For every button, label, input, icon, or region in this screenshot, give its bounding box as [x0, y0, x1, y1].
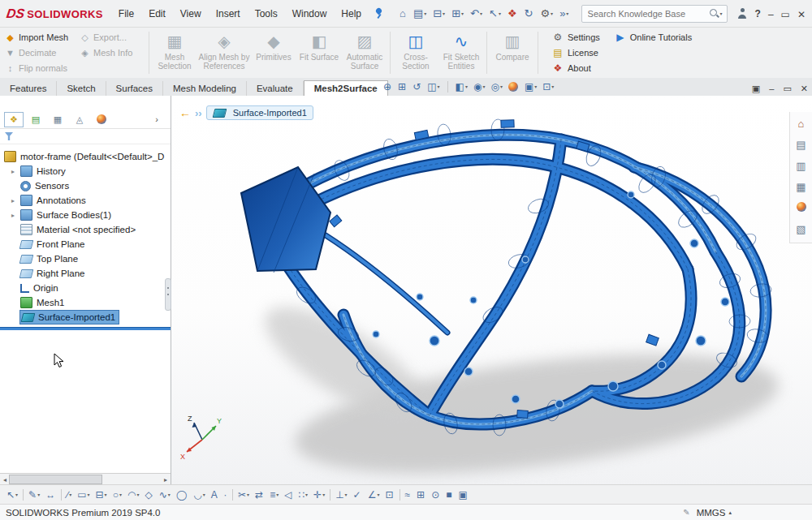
cross-section-button[interactable]: ◫ Cross-Section	[393, 28, 438, 78]
tab-features[interactable]: Features	[0, 81, 57, 96]
scroll-right-arrow[interactable]: ▸	[162, 476, 170, 483]
graphics-viewport[interactable]: ← ›› Surface-Imported1	[171, 96, 812, 485]
tree-item-right-plane[interactable]: Right Plane	[0, 266, 171, 281]
menu-file[interactable]: File	[111, 5, 141, 23]
tree-item-sensors[interactable]: Sensors	[0, 178, 171, 193]
mesh-selection-button[interactable]: ▦ Mesh Selection	[152, 28, 197, 78]
configurationmanager-tab[interactable]: ▦	[48, 112, 67, 127]
decimate-button[interactable]: ▼ Decimate	[5, 45, 80, 61]
units-tool-icon[interactable]: ≈	[403, 490, 414, 500]
align-mesh-button[interactable]: ◈ Align Mesh by References	[197, 28, 251, 78]
text-tool-icon[interactable]: A	[209, 490, 221, 500]
tree-item-origin[interactable]: Origin	[0, 281, 171, 295]
sketch-picture-icon[interactable]: ▣	[456, 490, 470, 500]
about-button[interactable]: ❖ About	[552, 61, 600, 76]
view-settings-icon[interactable]: ⊡ ▾	[542, 82, 554, 92]
select-icon[interactable]: ↖ ▾	[486, 7, 503, 19]
shaded-contours-icon[interactable]: ■	[443, 490, 455, 500]
tree-item-history[interactable]: ▸ History	[0, 164, 171, 178]
export-button[interactable]: ◇ Export...	[80, 30, 146, 45]
doc-restore-button[interactable]: ▭	[783, 80, 791, 95]
tree-item-top-plane[interactable]: Top Plane	[0, 251, 171, 266]
menu-tools[interactable]: Tools	[248, 5, 285, 23]
pin-icon[interactable]	[374, 7, 384, 19]
repair-sketch-icon[interactable]: ✓	[351, 490, 365, 500]
view-palette-icon[interactable]: ▦	[796, 179, 806, 194]
mesh-info-button[interactable]: ◈ Mesh Info	[80, 45, 146, 61]
apply-scene-icon[interactable]: ▣ ▾	[525, 82, 537, 92]
rectangle-tool-icon[interactable]: ▭ ▾	[75, 490, 92, 500]
tab-mesh-modeling[interactable]: Mesh Modeling	[163, 81, 247, 96]
arc-tool-icon[interactable]: ◠ ▾	[125, 490, 142, 500]
automatic-surface-button[interactable]: ▨ Automatic Surface	[342, 28, 387, 78]
smart-dimension-icon[interactable]: ↔	[43, 490, 58, 500]
knowledge-base-search[interactable]: ▾	[581, 5, 728, 23]
menu-window[interactable]: Window	[285, 5, 335, 23]
view-orientation-icon[interactable]: ◧ ▾	[456, 82, 468, 92]
help-icon[interactable]: ?	[755, 8, 761, 19]
menu-view[interactable]: View	[173, 5, 209, 23]
propertymanager-tab[interactable]: ▤	[26, 112, 45, 127]
separator[interactable]	[23, 489, 24, 501]
custom-properties-icon[interactable]: ▧	[796, 221, 806, 236]
pane-layout-icon[interactable]: ▣	[752, 80, 760, 95]
file-explorer-icon[interactable]: ▥	[796, 158, 806, 173]
zoom-to-area-icon[interactable]: ⊞	[398, 82, 407, 92]
open-icon[interactable]: ▤ ▾	[411, 7, 429, 19]
breadcrumb-back-icon[interactable]: ←	[179, 107, 191, 118]
undo-icon[interactable]: ↶ ▾	[468, 7, 485, 19]
fillet-tool-icon[interactable]: ◡ ▾	[191, 490, 208, 500]
compare-button[interactable]: ▥ Compare	[490, 28, 535, 78]
slot-tool-icon[interactable]: ⊟ ▾	[93, 490, 110, 500]
flip-normals-button[interactable]: ↕ Flip normals	[5, 61, 80, 76]
display-relations-icon[interactable]: ⊥ ▾	[333, 490, 349, 500]
scroll-left-arrow[interactable]: ◂	[1, 476, 9, 483]
breadcrumb-chevron-icon[interactable]: ››	[195, 108, 202, 118]
fit-sketch-entities-button[interactable]: ∿ Fit Sketch Entities	[438, 28, 484, 78]
primitives-button[interactable]: ◆ Primitives	[251, 28, 296, 78]
ellipse-tool-icon[interactable]: ◯	[174, 490, 190, 500]
tree-item-material[interactable]: Material <not specified>	[0, 222, 171, 237]
close-button[interactable]: ✕	[797, 6, 806, 21]
polygon-tool-icon[interactable]: ◇	[142, 490, 155, 500]
selected-tree-item[interactable]: Surface-Imported1	[19, 310, 119, 324]
circle-tool-icon[interactable]: ○ ▾	[110, 490, 124, 500]
tab-evaluate[interactable]: Evaluate	[247, 81, 304, 96]
panel-flyout-arrow[interactable]: ›	[147, 112, 166, 127]
select-tool-icon[interactable]: ↖ ▾	[4, 490, 20, 500]
license-button[interactable]: ▤ License	[552, 45, 600, 61]
rebuild-icon[interactable]: ↻	[522, 7, 537, 19]
zoom-to-fit-icon[interactable]: ⊕	[383, 82, 392, 92]
expand-arrow[interactable]: ▸	[11, 197, 19, 204]
home-icon[interactable]: ⌂	[397, 7, 409, 19]
units-selector[interactable]: MMGS ▴	[697, 508, 732, 518]
linear-pattern-icon[interactable]: ∷ ▾	[296, 490, 310, 500]
search-dropdown-caret[interactable]: ▾	[720, 11, 723, 16]
settings-button[interactable]: ⚙ Settings	[552, 30, 600, 45]
tree-item-surface-imported1[interactable]: Surface-Imported1	[0, 310, 171, 324]
tree-item-annotations[interactable]: ▸ Annotations	[0, 193, 171, 208]
separator[interactable]	[61, 489, 62, 501]
expand-arrow[interactable]: ▸	[11, 168, 19, 175]
search-icon[interactable]	[709, 8, 719, 19]
trim-entities-icon[interactable]: ✂ ▾	[235, 490, 252, 500]
doc-minimize-button[interactable]: –	[769, 80, 774, 95]
quick-snaps-icon[interactable]: ∠ ▾	[365, 490, 382, 500]
doc-close-button[interactable]: ✕	[801, 80, 808, 95]
tab-sketch[interactable]: Sketch	[57, 81, 106, 96]
tree-item-front-plane[interactable]: Front Plane	[0, 237, 171, 251]
panel-splitter-handle[interactable]	[165, 278, 171, 311]
section-view-icon[interactable]: ◫ ▾	[427, 82, 439, 92]
online-tutorials-button[interactable]: ▶ Online Tutorials	[615, 30, 692, 45]
tree-item-mesh1[interactable]: Mesh1	[0, 295, 171, 310]
rapid-sketch-icon[interactable]: ⊡	[382, 490, 396, 500]
menu-help[interactable]: Help	[334, 5, 369, 23]
featuremanager-tab[interactable]: ❖	[4, 112, 24, 127]
tab-surfaces[interactable]: Surfaces	[106, 81, 163, 96]
point-tool-icon[interactable]: ∙	[222, 490, 230, 500]
import-mesh-button[interactable]: ◆ Import Mesh	[5, 30, 80, 45]
offset-entities-icon[interactable]: ≡ ▾	[267, 490, 281, 500]
tab-mesh2surface[interactable]: Mesh2Surface	[304, 80, 388, 97]
scrollbar-track[interactable]	[9, 475, 162, 484]
menu-insert[interactable]: Insert	[209, 5, 248, 23]
